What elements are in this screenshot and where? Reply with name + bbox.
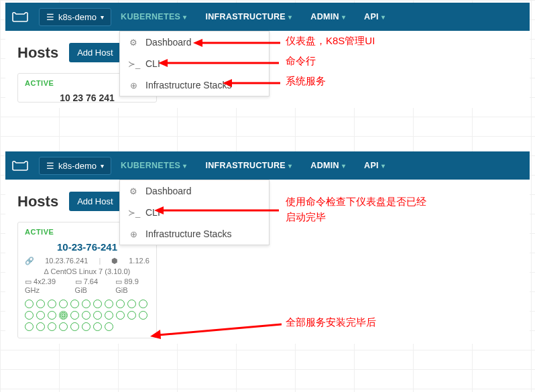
nav-admin[interactable]: ADMIN▾ <box>301 3 355 31</box>
docker-icon: ⬢ <box>111 257 118 265</box>
terminal-icon: ≻_ <box>128 208 139 218</box>
svg-marker-3 <box>158 59 168 67</box>
annotation-services-done: 全部服务安装完毕后 <box>286 316 376 329</box>
chevron-down-icon: ▾ <box>183 162 186 170</box>
nav-infrastructure[interactable]: INFRASTRUCTURE▾ <box>196 151 302 180</box>
environment-name: k8s-demo <box>58 12 97 22</box>
host-os: CentOS Linux 7 (3.10.0) <box>51 267 131 275</box>
host-mem: 7.64 GiB <box>75 277 98 294</box>
gear-icon: ⚙ <box>128 38 139 48</box>
chevron-down-icon: ▾ <box>381 13 385 21</box>
chevron-down-icon: ▾ <box>288 13 292 21</box>
docker-version: 1.12.6 <box>129 257 150 265</box>
page-title: Hosts <box>17 193 58 210</box>
chevron-down-icon: ▾ <box>381 162 385 170</box>
nav-api[interactable]: API▾ <box>355 151 394 180</box>
linux-icon: ∆ <box>44 267 51 275</box>
globe-icon: ⊕ <box>128 80 139 90</box>
add-host-button[interactable]: Add Host <box>69 43 121 62</box>
svg-line-8 <box>158 324 282 335</box>
nav-kubernetes[interactable]: KUBERNETES▾ <box>111 151 196 180</box>
annotation-stacks: 系统服务 <box>286 75 326 88</box>
chevron-down-icon: ▾ <box>183 13 186 21</box>
globe-icon: ⊕ <box>128 229 139 239</box>
nav-infrastructure[interactable]: INFRASTRUCTURE▾ <box>196 3 302 31</box>
chevron-down-icon: ▾ <box>342 13 345 21</box>
page-title: Hosts <box>17 44 58 62</box>
status-badge: ACTIVE <box>25 79 54 87</box>
host-cpu: 4x2.39 GHz <box>25 277 56 294</box>
brand-logo[interactable] <box>5 151 35 180</box>
environment-picker[interactable]: ☰ k8s-demo ▾ <box>39 157 111 175</box>
stack-icon: ☰ <box>46 161 54 171</box>
svg-marker-7 <box>154 206 164 214</box>
gear-icon: ⚙ <box>128 186 139 196</box>
chevron-down-icon: ▾ <box>101 162 104 170</box>
chevron-down-icon: ▾ <box>101 13 104 21</box>
status-badge: ACTIVE <box>25 228 54 236</box>
chevron-down-icon: ▾ <box>342 162 345 170</box>
nav-api[interactable]: API▾ <box>355 3 394 31</box>
environment-name: k8s-demo <box>58 161 97 171</box>
environment-picker[interactable]: ☰ k8s-demo ▾ <box>39 8 111 26</box>
navbar: ☰ k8s-demo ▾ KUBERNETES▾ INFRASTRUCTURE▾… <box>5 151 530 180</box>
menu-infrastructure-stacks[interactable]: ⊕ Infrastructure Stacks <box>120 223 269 245</box>
service-status-dots <box>25 300 150 331</box>
stack-icon: ☰ <box>46 12 54 22</box>
brand-logo[interactable] <box>5 3 35 31</box>
host-ip: 10.23.76.241 <box>45 257 88 265</box>
nav-admin[interactable]: ADMIN▾ <box>301 151 355 180</box>
chevron-down-icon: ▾ <box>288 162 292 170</box>
annotation-cli: 命令行 <box>286 55 316 68</box>
nav-kubernetes[interactable]: KUBERNETES▾ <box>111 3 196 31</box>
navbar: ☰ k8s-demo ▾ KUBERNETES▾ INFRASTRUCTURE▾… <box>5 3 530 31</box>
annotation-cli-check: 使用命令检查下仪表盘是否已经启动完毕 <box>286 194 433 224</box>
svg-marker-5 <box>223 79 232 87</box>
svg-marker-9 <box>150 330 161 339</box>
menu-dashboard[interactable]: ⚙ Dashboard <box>120 180 269 202</box>
add-host-button[interactable]: Add Host <box>69 192 121 211</box>
terminal-icon: ≻_ <box>128 59 139 69</box>
annotation-dashboard: 仪表盘，K8S管理UI <box>286 35 375 48</box>
host-disk: 89.9 GiB <box>115 277 138 294</box>
svg-marker-1 <box>193 39 202 47</box>
link-icon: 🔗 <box>25 257 34 265</box>
